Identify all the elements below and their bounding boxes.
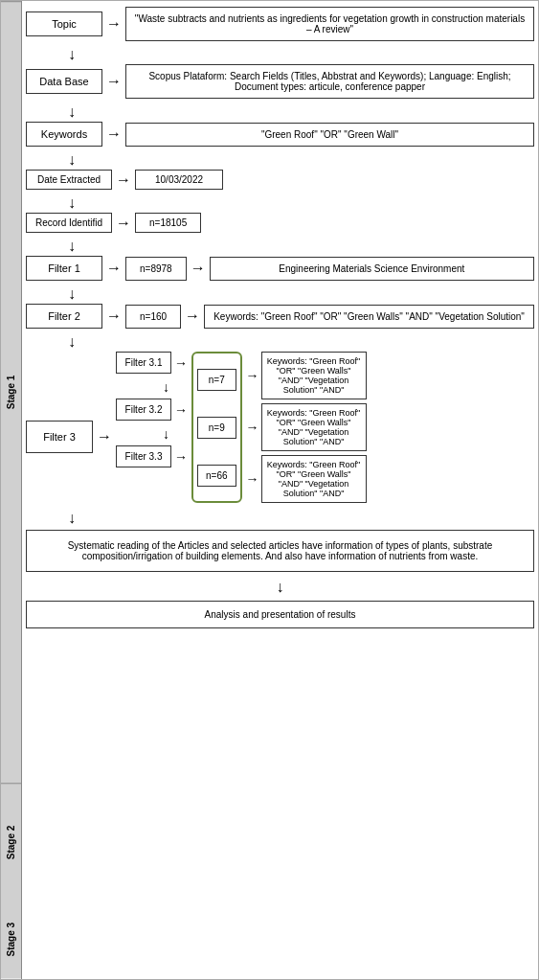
filter1-box: Filter 1: [26, 256, 102, 281]
arrow-f33: →: [174, 449, 188, 465]
keywords-row: Keywords → "Green Roof" "OR" "Green Wall…: [26, 122, 534, 147]
arrow-down-4: ↓: [26, 195, 534, 211]
database-description: Scopus Plataform: Search Fields (Titles,…: [125, 64, 534, 99]
filter1-note: Engineering Materials Science Environmen…: [210, 257, 534, 281]
record-row: Record Identifid → n=18105: [26, 213, 534, 233]
filter33-note: Keywords: "Green Roof" "OR" "Green Walls…: [261, 455, 367, 503]
arrow-keywords: →: [106, 125, 122, 143]
filter2-note: Keywords: "Green Roof" "OR" "Green Walls…: [204, 305, 534, 329]
topic-description: "Waste subtracts and nutrients as ingred…: [125, 7, 534, 41]
arrow-down-3: ↓: [26, 152, 534, 168]
arrow-down-1: ↓: [26, 47, 534, 62]
filter31-box: Filter 3.1: [116, 352, 171, 374]
arrow-f32-note: →: [246, 420, 259, 435]
filter2-box: Filter 2: [26, 304, 102, 329]
arrow-filter1: →: [106, 260, 122, 277]
arrow-down-9: ↓: [26, 580, 534, 595]
arrow-down-2: ↓: [26, 104, 534, 120]
arrow-filter3: →: [97, 428, 112, 445]
arrow-date: →: [116, 171, 131, 189]
database-box: Data Base: [26, 69, 102, 94]
stage3-label: Stage 3: [1, 900, 21, 979]
topic-row: Topic → "Waste subtracts and nutrients a…: [26, 7, 534, 41]
keywords-value: "Green Roof" "OR" "Green Wall": [125, 123, 534, 147]
filter32-note: Keywords: "Green Roof" "OR" "Green Walls…: [261, 403, 367, 451]
stage1-label: Stage 1: [1, 1, 21, 783]
topic-box: Topic: [26, 11, 102, 36]
arrow-f31-note: →: [246, 368, 259, 383]
stage2-content: Systematic reading of the Articles and s…: [26, 530, 534, 572]
arrow-database: →: [106, 73, 122, 90]
filter2-row: Filter 2 → n=160 → Keywords: "Green Roof…: [26, 304, 534, 329]
arrow-down-6: ↓: [26, 286, 534, 302]
arrow-filter2-note: →: [185, 308, 200, 325]
filter33-box: Filter 3.3: [116, 445, 171, 467]
arrow-down-7: ↓: [26, 334, 534, 350]
arrow-down-f31-f32: ↓: [145, 379, 188, 395]
date-value: 10/03/2022: [135, 170, 223, 190]
filter1-row: Filter 1 → n=8978 → Engineering Material…: [26, 256, 534, 281]
filter33-result: n=66: [197, 465, 236, 487]
arrow-filter1-note: →: [191, 260, 206, 277]
filter3-area: Filter 3 → Filter 3.1 → ↓: [26, 352, 534, 503]
keywords-box: Keywords: [26, 122, 102, 147]
arrow-down-5: ↓: [26, 239, 534, 254]
arrow-down-8: ↓: [26, 511, 534, 526]
filter3-box: Filter 3: [26, 421, 93, 453]
arrow-f32: →: [174, 402, 188, 418]
stage2-label: Stage 2: [1, 783, 21, 900]
arrow-record: →: [116, 215, 131, 232]
arrow-down-f32-f33: ↓: [145, 426, 188, 442]
record-box: Record Identifid: [26, 213, 112, 233]
stage3-content: Analysis and presentation of results: [26, 601, 534, 628]
arrow-f31: →: [174, 355, 188, 371]
filter2-result: n=160: [125, 305, 181, 329]
date-row: Date Extracted → 10/03/2022: [26, 170, 534, 190]
database-row: Data Base → Scopus Plataform: Search Fie…: [26, 64, 534, 99]
arrow-filter2: →: [106, 308, 122, 325]
filter31-result: n=7: [197, 369, 236, 391]
arrow-f33-note: →: [246, 471, 259, 487]
filter1-result: n=8978: [125, 257, 187, 281]
filter32-result: n=9: [197, 417, 236, 439]
record-value: n=18105: [135, 213, 201, 233]
filter31-note: Keywords: "Green Roof" "OR" "Green Walls…: [261, 352, 367, 399]
date-box: Date Extracted: [26, 170, 112, 190]
arrow-topic: →: [106, 15, 122, 33]
filter32-box: Filter 3.2: [116, 399, 171, 421]
